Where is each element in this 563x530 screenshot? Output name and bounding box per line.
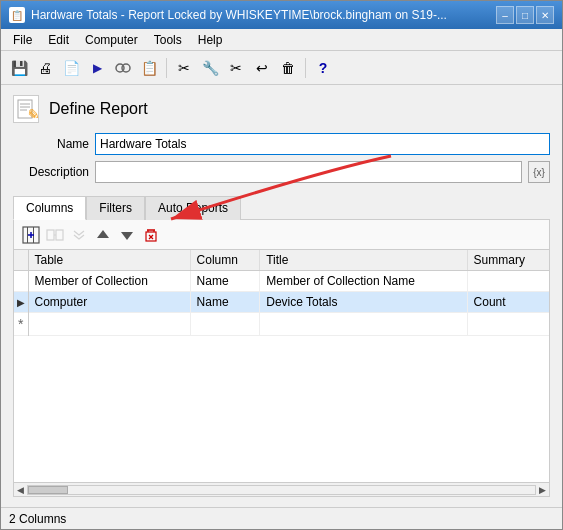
minimize-button[interactable]: – bbox=[496, 6, 514, 24]
toolbar-separator-2 bbox=[305, 58, 306, 78]
description-label: Description bbox=[13, 165, 89, 179]
row-2-title: Device Totals bbox=[260, 292, 467, 313]
new-button[interactable]: 📄 bbox=[59, 56, 83, 80]
report-icon: ✎ bbox=[13, 95, 41, 123]
status-bar: 2 Columns bbox=[1, 507, 562, 529]
scroll-left-arrow[interactable]: ◀ bbox=[14, 484, 27, 496]
link-col-button bbox=[68, 224, 90, 246]
new-row-column bbox=[190, 313, 260, 336]
menu-computer[interactable]: Computer bbox=[77, 31, 146, 48]
print-button[interactable]: 🖨 bbox=[33, 56, 57, 80]
description-row: Description {x} bbox=[13, 161, 550, 183]
report-icon-inner: ✎ bbox=[13, 95, 39, 123]
new-row[interactable]: * bbox=[14, 313, 549, 336]
svg-rect-8 bbox=[27, 227, 28, 243]
tab-columns[interactable]: Columns bbox=[13, 196, 86, 220]
add-column-button[interactable] bbox=[20, 224, 42, 246]
horizontal-scrollbar[interactable]: ◀ ▶ bbox=[14, 482, 549, 496]
new-row-summary bbox=[467, 313, 549, 336]
delete-toolbar-button[interactable]: 🗑 bbox=[276, 56, 300, 80]
col-header-summary: Summary bbox=[467, 250, 549, 271]
menu-edit[interactable]: Edit bbox=[40, 31, 77, 48]
scroll-thumb[interactable] bbox=[28, 486, 68, 494]
status-text: 2 Columns bbox=[9, 512, 66, 526]
svg-marker-15 bbox=[97, 230, 109, 238]
name-label: Name bbox=[13, 137, 89, 151]
col-header-table: Table bbox=[28, 250, 190, 271]
svg-rect-2 bbox=[18, 100, 32, 118]
svg-point-1 bbox=[122, 64, 130, 72]
help-toolbar-button[interactable]: ? bbox=[311, 56, 335, 80]
new-row-table bbox=[28, 313, 190, 336]
row-1-table: Member of Collection bbox=[28, 271, 190, 292]
row-1-title: Member of Collection Name bbox=[260, 271, 467, 292]
clipboard-button[interactable]: 📋 bbox=[137, 56, 161, 80]
move-down-button[interactable] bbox=[116, 224, 138, 246]
columns-table: Table Column Title Summary Member of Col… bbox=[14, 250, 549, 336]
columns-table-container: Table Column Title Summary Member of Col… bbox=[14, 250, 549, 482]
main-window: 📋 Hardware Totals - Report Locked by WHI… bbox=[0, 0, 563, 530]
tab-toolbar bbox=[14, 220, 549, 250]
name-row: Name bbox=[13, 133, 550, 155]
menu-file[interactable]: File bbox=[5, 31, 40, 48]
description-input[interactable] bbox=[95, 161, 522, 183]
new-row-indicator: * bbox=[14, 313, 28, 336]
row-2-summary: Count bbox=[467, 292, 549, 313]
menu-tools[interactable]: Tools bbox=[146, 31, 190, 48]
title-bar-left: 📋 Hardware Totals - Report Locked by WHI… bbox=[9, 7, 447, 23]
toolbar-separator-1 bbox=[166, 58, 167, 78]
table-row[interactable]: ▶ Computer Name Device Totals Count bbox=[14, 292, 549, 313]
window-title: Hardware Totals - Report Locked by WHISK… bbox=[31, 8, 447, 22]
row-indicator-2: ▶ bbox=[14, 292, 28, 313]
tab-content: Table Column Title Summary Member of Col… bbox=[13, 219, 550, 497]
table-row[interactable]: Member of Collection Name Member of Coll… bbox=[14, 271, 549, 292]
cut-button[interactable]: ✂ bbox=[172, 56, 196, 80]
scissors2-button[interactable]: ✂ bbox=[224, 56, 248, 80]
tab-filters[interactable]: Filters bbox=[86, 196, 145, 220]
menu-bar: File Edit Computer Tools Help bbox=[1, 29, 562, 51]
svg-text:✎: ✎ bbox=[28, 110, 35, 119]
save-button[interactable]: 💾 bbox=[7, 56, 31, 80]
row-1-column: Name bbox=[190, 271, 260, 292]
tab-bar: Columns Filters Auto Reports bbox=[13, 195, 550, 219]
row-1-summary bbox=[467, 271, 549, 292]
row-2-table: Computer bbox=[28, 292, 190, 313]
svg-marker-16 bbox=[121, 232, 133, 240]
maximize-button[interactable]: □ bbox=[516, 6, 534, 24]
link-button[interactable] bbox=[111, 56, 135, 80]
connect-button bbox=[44, 224, 66, 246]
row-indicator-1 bbox=[14, 271, 28, 292]
title-controls: – □ ✕ bbox=[496, 6, 554, 24]
main-toolbar: 💾 🖨 📄 ▶ 📋 ✂ 🔧 ✂ ↩ 🗑 ? bbox=[1, 51, 562, 85]
col-header-column: Column bbox=[190, 250, 260, 271]
define-report-title: Define Report bbox=[49, 100, 148, 118]
undo-button[interactable]: ↩ bbox=[250, 56, 274, 80]
content-area: ✎ Define Report Name Description {x} Col… bbox=[1, 85, 562, 507]
col-header-indicator bbox=[14, 250, 28, 271]
move-up-button[interactable] bbox=[92, 224, 114, 246]
menu-help[interactable]: Help bbox=[190, 31, 231, 48]
run-button[interactable]: ▶ bbox=[85, 56, 109, 80]
tab-auto-reports[interactable]: Auto Reports bbox=[145, 196, 241, 220]
expand-button[interactable]: {x} bbox=[528, 161, 550, 183]
close-button[interactable]: ✕ bbox=[536, 6, 554, 24]
svg-rect-12 bbox=[47, 230, 54, 240]
scroll-right-arrow[interactable]: ▶ bbox=[536, 484, 549, 496]
delete-column-button[interactable] bbox=[140, 224, 162, 246]
title-bar: 📋 Hardware Totals - Report Locked by WHI… bbox=[1, 1, 562, 29]
name-input[interactable] bbox=[95, 133, 550, 155]
col-header-title: Title bbox=[260, 250, 467, 271]
define-report-header: ✎ Define Report bbox=[13, 95, 550, 123]
row-2-column: Name bbox=[190, 292, 260, 313]
window-icon: 📋 bbox=[9, 7, 25, 23]
svg-rect-13 bbox=[56, 230, 63, 240]
tools-button[interactable]: 🔧 bbox=[198, 56, 222, 80]
new-row-title bbox=[260, 313, 467, 336]
